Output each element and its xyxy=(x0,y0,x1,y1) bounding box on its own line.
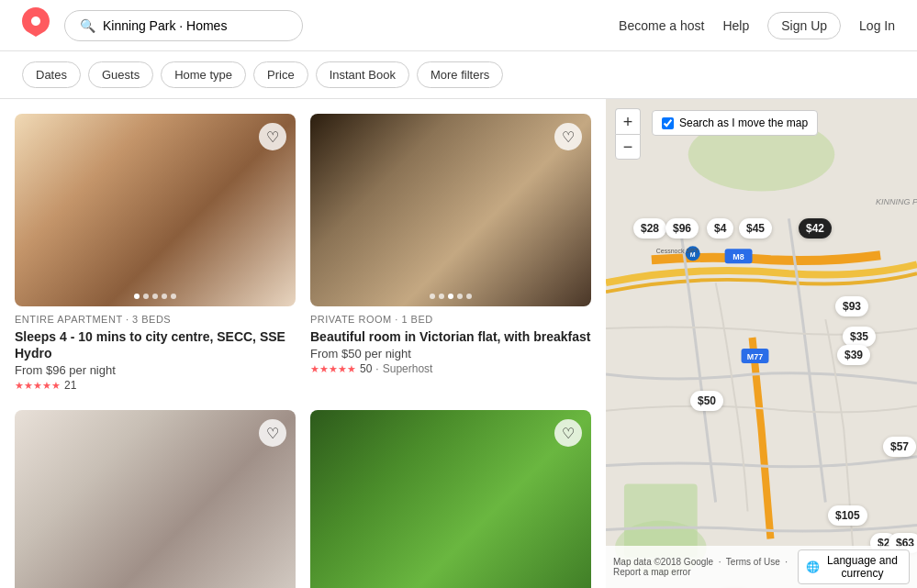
listing-image-wrap: ♡ xyxy=(310,114,591,306)
listing-image xyxy=(15,114,296,306)
map-panel: M8 M77 M KINNING P... Cessnock SPT xyxy=(606,99,917,588)
dot xyxy=(162,294,167,299)
svg-text:M77: M77 xyxy=(747,352,763,361)
listing-image xyxy=(310,410,591,588)
image-dots xyxy=(430,294,472,299)
filter-guests[interactable]: Guests xyxy=(88,61,153,88)
terms-link[interactable]: Terms of Use xyxy=(726,557,780,567)
listing-type: ENTIRE APARTMENT · 3 BEDS xyxy=(15,314,296,325)
listing-title: Beautiful room in Victorian flat, with b… xyxy=(310,328,591,345)
price-bubble[interactable]: $4 xyxy=(707,218,733,239)
filter-price[interactable]: Price xyxy=(253,61,308,88)
price-bubble[interactable]: $93 xyxy=(835,296,868,316)
listing-image xyxy=(310,114,591,306)
superhost-label: Superhost xyxy=(383,362,433,375)
superhost-badge: · xyxy=(375,362,378,375)
listing-image-wrap: ♡ xyxy=(15,410,296,588)
dot xyxy=(134,294,140,299)
wishlist-button[interactable]: ♡ xyxy=(554,123,582,150)
become-host-link[interactable]: Become a host xyxy=(619,18,704,33)
filter-dates[interactable]: Dates xyxy=(22,61,81,88)
attribution-text: Map data ©2018 Google xyxy=(613,557,713,567)
listing-info: PRIVATE ROOM · 1 BED Beautiful room in V… xyxy=(310,306,591,379)
map-footer: Map data ©2018 Google · Terms of Use · R… xyxy=(606,546,917,588)
listing-price: From $96 per night xyxy=(15,363,296,377)
review-count: 50 xyxy=(360,362,372,375)
language-currency-button[interactable]: 🌐 Language and currency xyxy=(798,549,910,584)
header: 🔍 Become a host Help Sign Up Log In xyxy=(0,0,917,51)
price-bubble[interactable]: $105 xyxy=(828,505,867,526)
search-input[interactable] xyxy=(103,18,286,33)
zoom-out-button[interactable]: − xyxy=(615,134,641,160)
review-count: 21 xyxy=(64,379,76,392)
language-currency-label: Language and currency xyxy=(823,554,901,580)
search-bar[interactable]: 🔍 xyxy=(64,10,303,41)
map-attribution: Map data ©2018 Google · Terms of Use · R… xyxy=(613,557,798,577)
price-bubble[interactable]: $57 xyxy=(883,437,916,457)
listing-card[interactable]: ♡ PRIVATE ROOM · 1 BED xyxy=(310,410,591,588)
listing-rating: ★★★★★ 21 xyxy=(15,379,296,392)
login-link[interactable]: Log In xyxy=(859,18,895,33)
listing-card[interactable]: ♡ ENTIRE APARTMENT · 3 BEDS Sleeps 4 - 1… xyxy=(15,114,296,395)
price-bubble[interactable]: $42 xyxy=(799,218,832,239)
listing-price: From $50 per night xyxy=(310,347,591,361)
dot xyxy=(439,294,444,299)
stars: ★★★★★ xyxy=(310,363,356,375)
listing-image-wrap: ♡ xyxy=(310,410,591,588)
listing-title: Sleeps 4 - 10 mins to city centre, SECC,… xyxy=(15,328,296,361)
filter-bar: Dates Guests Home type Price Instant Boo… xyxy=(0,51,917,99)
airbnb-logo[interactable] xyxy=(22,7,50,43)
report-link[interactable]: Report a map error xyxy=(613,567,690,577)
dot xyxy=(448,294,453,299)
search-as-move-checkbox[interactable]: Search as I move the map xyxy=(652,110,818,136)
listing-image xyxy=(15,410,296,588)
main-content: ♡ ENTIRE APARTMENT · 3 BEDS Sleeps 4 - 1… xyxy=(0,99,917,588)
listing-image-wrap: ♡ xyxy=(15,114,296,306)
signup-button[interactable]: Sign Up xyxy=(767,12,841,39)
search-as-move-input[interactable] xyxy=(662,117,674,129)
price-bubble[interactable]: $39 xyxy=(837,345,870,365)
dot xyxy=(152,294,158,299)
search-as-move-label: Search as I move the map xyxy=(679,116,808,129)
svg-text:KINNING P...: KINNING P... xyxy=(876,197,917,206)
price-bubble[interactable]: $96 xyxy=(665,218,699,239)
dot xyxy=(171,294,176,299)
map-controls: + − xyxy=(615,108,641,160)
svg-text:Cessnock SPT: Cessnock SPT xyxy=(656,248,699,254)
listing-card[interactable]: ♡ PRIVATE ROOM · 1 BED Beautiful room in… xyxy=(310,114,591,395)
dot xyxy=(430,294,435,299)
listing-info: ENTIRE APARTMENT · 3 BEDS Sleeps 4 - 10 … xyxy=(15,306,296,395)
listings-panel: ♡ ENTIRE APARTMENT · 3 BEDS Sleeps 4 - 1… xyxy=(0,99,606,588)
filter-instant-book[interactable]: Instant Book xyxy=(316,61,409,88)
header-left: 🔍 xyxy=(22,7,303,43)
filter-home-type[interactable]: Home type xyxy=(161,61,246,88)
price-bubble[interactable]: $35 xyxy=(843,327,876,347)
zoom-in-button[interactable]: + xyxy=(615,108,641,134)
header-right: Become a host Help Sign Up Log In xyxy=(619,12,895,39)
image-dots xyxy=(134,294,176,299)
listing-rating: ★★★★★ 50 · Superhost xyxy=(310,362,591,375)
listing-type: PRIVATE ROOM · 1 BED xyxy=(310,314,591,325)
listing-card[interactable]: ♡ ENTIRE BUNGALOW · 2 BEDS xyxy=(15,410,296,588)
help-link[interactable]: Help xyxy=(722,18,749,33)
dot xyxy=(143,294,149,299)
wishlist-button[interactable]: ♡ xyxy=(259,123,286,150)
price-bubble[interactable]: $45 xyxy=(739,218,772,239)
dot xyxy=(466,294,472,299)
globe-icon: 🌐 xyxy=(806,560,820,573)
svg-text:M8: M8 xyxy=(732,252,744,261)
stars: ★★★★★ xyxy=(15,380,61,392)
dot xyxy=(457,294,463,299)
search-icon: 🔍 xyxy=(80,18,95,33)
price-bubble[interactable]: $28 xyxy=(633,218,666,239)
filter-more[interactable]: More filters xyxy=(417,61,503,88)
price-bubble[interactable]: $50 xyxy=(690,391,723,411)
